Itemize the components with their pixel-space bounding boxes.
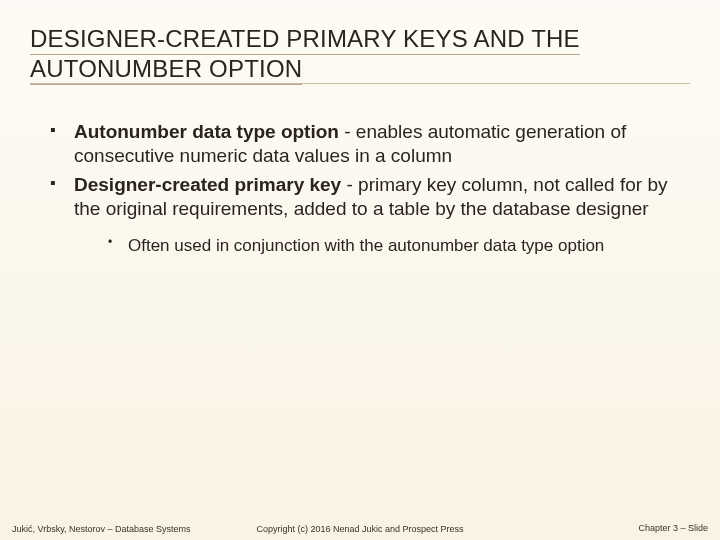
slide-title-block: DESIGNER-CREATED PRIMARY KEYS AND THE AU… — [0, 0, 720, 90]
sub-bullet-text: Often used in conjunction with the auton… — [128, 236, 604, 255]
footer-left: Jukić, Vrbsky, Nestorov – Database Syste… — [12, 524, 244, 534]
footer-right: Chapter 3 – Slide — [476, 524, 708, 534]
slide-content: Autonumber data type option - enables au… — [0, 90, 720, 257]
sub-bullet-list: Often used in conjunction with the auton… — [74, 235, 684, 257]
footer-center: Copyright (c) 2016 Nenad Jukic and Prosp… — [244, 524, 476, 534]
list-item: Designer-created primary key - primary k… — [50, 173, 684, 258]
slide-footer: Jukić, Vrbsky, Nestorov – Database Syste… — [0, 524, 720, 534]
bullet-bold-term: Designer-created primary key — [74, 174, 341, 195]
list-item: Autonumber data type option - enables au… — [50, 120, 684, 169]
main-bullet-list: Autonumber data type option - enables au… — [36, 120, 684, 257]
list-item: Often used in conjunction with the auton… — [108, 235, 684, 257]
slide-title: DESIGNER-CREATED PRIMARY KEYS AND THE AU… — [30, 25, 580, 85]
bullet-bold-term: Autonumber data type option — [74, 121, 339, 142]
